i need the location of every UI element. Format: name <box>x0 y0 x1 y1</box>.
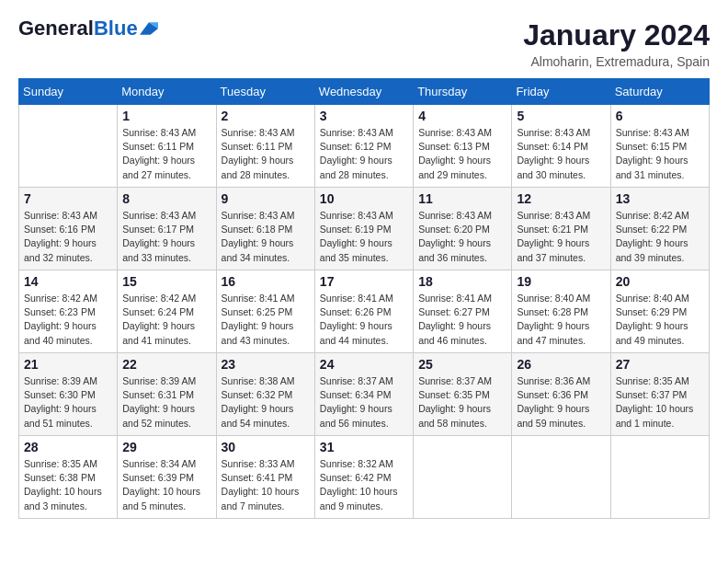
calendar-cell: 29Sunrise: 8:34 AMSunset: 6:39 PMDayligh… <box>118 436 216 519</box>
day-number: 16 <box>222 274 310 289</box>
day-info: Sunrise: 8:34 AMSunset: 6:39 PMDaylight:… <box>122 457 210 513</box>
day-info: Sunrise: 8:41 AMSunset: 6:27 PMDaylight:… <box>418 292 506 348</box>
day-info: Sunrise: 8:43 AMSunset: 6:12 PMDaylight:… <box>320 126 408 182</box>
calendar-cell: 18Sunrise: 8:41 AMSunset: 6:27 PMDayligh… <box>414 270 512 353</box>
calendar-cell: 7Sunrise: 8:43 AMSunset: 6:16 PMDaylight… <box>19 188 118 270</box>
header-saturday: Saturday <box>610 79 709 105</box>
day-info: Sunrise: 8:37 AMSunset: 6:34 PMDaylight:… <box>320 374 408 431</box>
day-number: 17 <box>320 274 408 289</box>
calendar-cell: 2Sunrise: 8:43 AMSunset: 6:11 PMDaylight… <box>216 105 314 188</box>
calendar-cell <box>19 105 118 188</box>
calendar-cell: 31Sunrise: 8:32 AMSunset: 6:42 PMDayligh… <box>314 436 413 519</box>
day-number: 10 <box>320 191 408 206</box>
calendar-cell: 1Sunrise: 8:43 AMSunset: 6:11 PMDaylight… <box>118 105 216 188</box>
logo-icon <box>140 22 158 35</box>
day-number: 19 <box>517 274 605 289</box>
calendar-cell: 27Sunrise: 8:35 AMSunset: 6:37 PMDayligh… <box>610 353 709 436</box>
day-number: 11 <box>418 191 506 206</box>
calendar-cell <box>414 436 512 519</box>
day-info: Sunrise: 8:43 AMSunset: 6:14 PMDaylight:… <box>517 126 605 182</box>
logo: GeneralBlue <box>18 18 158 39</box>
day-info: Sunrise: 8:41 AMSunset: 6:25 PMDaylight:… <box>222 292 310 348</box>
logo-text: GeneralBlue <box>18 18 138 39</box>
day-number: 12 <box>517 191 605 206</box>
calendar-cell: 10Sunrise: 8:43 AMSunset: 6:19 PMDayligh… <box>314 188 413 270</box>
day-number: 14 <box>24 274 112 289</box>
location: Almoharin, Extremadura, Spain <box>523 54 710 69</box>
calendar-cell: 30Sunrise: 8:33 AMSunset: 6:41 PMDayligh… <box>216 436 314 519</box>
day-info: Sunrise: 8:43 AMSunset: 6:11 PMDaylight:… <box>222 126 310 182</box>
day-number: 21 <box>24 357 112 372</box>
day-info: Sunrise: 8:43 AMSunset: 6:17 PMDaylight:… <box>122 209 210 265</box>
day-number: 31 <box>320 440 408 454</box>
day-number: 20 <box>616 274 704 289</box>
calendar-cell: 5Sunrise: 8:43 AMSunset: 6:14 PMDaylight… <box>512 105 610 188</box>
month-title: January 2024 <box>523 18 710 52</box>
day-info: Sunrise: 8:40 AMSunset: 6:28 PMDaylight:… <box>517 292 605 348</box>
day-info: Sunrise: 8:43 AMSunset: 6:21 PMDaylight:… <box>517 209 605 265</box>
day-info: Sunrise: 8:36 AMSunset: 6:36 PMDaylight:… <box>517 374 605 431</box>
day-number: 13 <box>616 191 704 206</box>
day-info: Sunrise: 8:32 AMSunset: 6:42 PMDaylight:… <box>320 457 408 513</box>
calendar-cell: 21Sunrise: 8:39 AMSunset: 6:30 PMDayligh… <box>19 353 118 436</box>
day-number: 7 <box>24 191 112 206</box>
day-number: 2 <box>222 109 310 123</box>
day-number: 26 <box>517 357 605 372</box>
day-info: Sunrise: 8:37 AMSunset: 6:35 PMDaylight:… <box>418 374 506 431</box>
calendar-cell: 26Sunrise: 8:36 AMSunset: 6:36 PMDayligh… <box>512 353 610 436</box>
day-number: 30 <box>222 440 310 454</box>
header-monday: Monday <box>118 79 216 105</box>
day-info: Sunrise: 8:43 AMSunset: 6:19 PMDaylight:… <box>320 209 408 265</box>
day-number: 6 <box>616 109 704 123</box>
calendar-week-3: 14Sunrise: 8:42 AMSunset: 6:23 PMDayligh… <box>19 270 710 353</box>
day-info: Sunrise: 8:35 AMSunset: 6:38 PMDaylight:… <box>24 457 112 513</box>
day-info: Sunrise: 8:43 AMSunset: 6:11 PMDaylight:… <box>122 126 210 182</box>
header-wednesday: Wednesday <box>314 79 413 105</box>
calendar-cell: 19Sunrise: 8:40 AMSunset: 6:28 PMDayligh… <box>512 270 610 353</box>
day-info: Sunrise: 8:43 AMSunset: 6:13 PMDaylight:… <box>418 126 506 182</box>
day-info: Sunrise: 8:39 AMSunset: 6:30 PMDaylight:… <box>24 374 112 431</box>
day-number: 8 <box>122 191 210 206</box>
calendar-cell: 3Sunrise: 8:43 AMSunset: 6:12 PMDaylight… <box>314 105 413 188</box>
day-info: Sunrise: 8:38 AMSunset: 6:32 PMDaylight:… <box>222 374 310 431</box>
day-number: 28 <box>24 440 112 454</box>
title-section: January 2024 Almoharin, Extremadura, Spa… <box>523 18 710 69</box>
day-number: 18 <box>418 274 506 289</box>
day-info: Sunrise: 8:43 AMSunset: 6:18 PMDaylight:… <box>222 209 310 265</box>
day-number: 3 <box>320 109 408 123</box>
calendar-cell: 4Sunrise: 8:43 AMSunset: 6:13 PMDaylight… <box>414 105 512 188</box>
calendar-cell: 11Sunrise: 8:43 AMSunset: 6:20 PMDayligh… <box>414 188 512 270</box>
calendar-week-5: 28Sunrise: 8:35 AMSunset: 6:38 PMDayligh… <box>19 436 710 519</box>
day-info: Sunrise: 8:43 AMSunset: 6:20 PMDaylight:… <box>418 209 506 265</box>
calendar-cell: 20Sunrise: 8:40 AMSunset: 6:29 PMDayligh… <box>610 270 709 353</box>
calendar-week-1: 1Sunrise: 8:43 AMSunset: 6:11 PMDaylight… <box>19 105 710 188</box>
calendar-cell <box>610 436 709 519</box>
day-info: Sunrise: 8:40 AMSunset: 6:29 PMDaylight:… <box>616 292 704 348</box>
day-info: Sunrise: 8:42 AMSunset: 6:24 PMDaylight:… <box>122 292 210 348</box>
calendar-cell: 23Sunrise: 8:38 AMSunset: 6:32 PMDayligh… <box>216 353 314 436</box>
day-number: 4 <box>418 109 506 123</box>
day-number: 24 <box>320 357 408 372</box>
calendar-cell: 8Sunrise: 8:43 AMSunset: 6:17 PMDaylight… <box>118 188 216 270</box>
day-info: Sunrise: 8:43 AMSunset: 6:16 PMDaylight:… <box>24 209 112 265</box>
day-info: Sunrise: 8:42 AMSunset: 6:23 PMDaylight:… <box>24 292 112 348</box>
day-info: Sunrise: 8:43 AMSunset: 6:15 PMDaylight:… <box>616 126 704 182</box>
calendar-cell: 16Sunrise: 8:41 AMSunset: 6:25 PMDayligh… <box>216 270 314 353</box>
day-number: 25 <box>418 357 506 372</box>
calendar-cell: 17Sunrise: 8:41 AMSunset: 6:26 PMDayligh… <box>314 270 413 353</box>
calendar-week-2: 7Sunrise: 8:43 AMSunset: 6:16 PMDaylight… <box>19 188 710 270</box>
calendar-cell: 14Sunrise: 8:42 AMSunset: 6:23 PMDayligh… <box>19 270 118 353</box>
day-number: 23 <box>222 357 310 372</box>
day-number: 1 <box>122 109 210 123</box>
calendar-header-row: SundayMondayTuesdayWednesdayThursdayFrid… <box>19 79 710 105</box>
calendar-cell: 15Sunrise: 8:42 AMSunset: 6:24 PMDayligh… <box>118 270 216 353</box>
calendar-cell: 22Sunrise: 8:39 AMSunset: 6:31 PMDayligh… <box>118 353 216 436</box>
header-friday: Friday <box>512 79 610 105</box>
day-number: 22 <box>122 357 210 372</box>
page-header: GeneralBlue January 2024 Almoharin, Extr… <box>18 18 710 69</box>
day-info: Sunrise: 8:35 AMSunset: 6:37 PMDaylight:… <box>616 374 704 431</box>
calendar-cell: 13Sunrise: 8:42 AMSunset: 6:22 PMDayligh… <box>610 188 709 270</box>
day-info: Sunrise: 8:39 AMSunset: 6:31 PMDaylight:… <box>122 374 210 431</box>
day-info: Sunrise: 8:41 AMSunset: 6:26 PMDaylight:… <box>320 292 408 348</box>
day-info: Sunrise: 8:33 AMSunset: 6:41 PMDaylight:… <box>222 457 310 513</box>
